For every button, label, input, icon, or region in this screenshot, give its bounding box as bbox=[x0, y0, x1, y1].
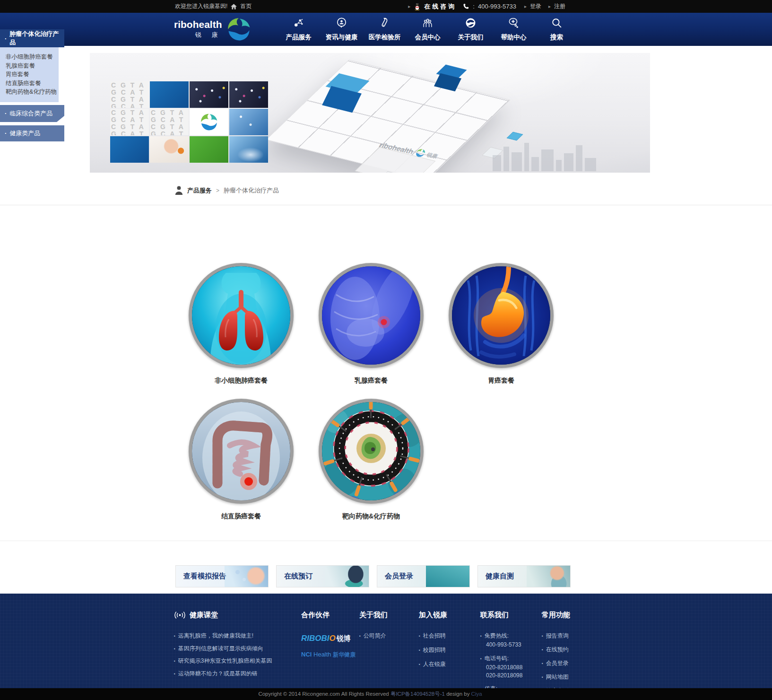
footer-func-member-login[interactable]: 会员登录 bbox=[542, 659, 594, 667]
mosaic-blue-tile bbox=[110, 136, 149, 163]
sidebar-sub-nsclc[interactable]: 非小细胞肺癌套餐 bbox=[6, 52, 59, 61]
sidebar-sub-stomach[interactable]: 胃癌套餐 bbox=[6, 70, 59, 79]
category-sidebar: 肿瘤个体化治疗产品 非小细胞肺癌套餐 乳腺癌套餐 胃癌套餐 结直肠癌套餐 靶向药… bbox=[0, 29, 66, 141]
product-label[interactable]: 结直肠癌套餐 bbox=[189, 512, 294, 521]
top-bar: 欢迎您进入锐康基因! 首页 ▸ bbox=[0, 0, 772, 13]
nav-label: 产品服务 bbox=[286, 33, 312, 42]
sidebar-item-health-products[interactable]: 健康类产品 bbox=[0, 125, 64, 141]
mosaic-dna-hand-tile bbox=[229, 109, 268, 135]
dartboard-photo bbox=[319, 399, 424, 504]
separator-arrow: ▸ bbox=[548, 4, 551, 9]
nav-item-medical-lab[interactable]: 医学检验所 bbox=[363, 13, 406, 46]
nav-label: 医学检验所 bbox=[369, 33, 401, 42]
product-card-breast[interactable]: 乳腺癌套餐 bbox=[319, 263, 424, 385]
icp-number: 粤ICP备14094528号-1 bbox=[390, 691, 445, 697]
nci-cn-text: 新华健康 bbox=[333, 651, 356, 658]
partner-ribobio-logo[interactable]: RIBOBIO锐博 bbox=[301, 634, 358, 643]
promo-view-sample-report[interactable]: 查看模拟报告 bbox=[175, 565, 269, 587]
nav-label: 帮助中心 bbox=[501, 33, 527, 42]
promo-label: 健康自测 bbox=[478, 572, 514, 581]
footer-func-sitemap[interactable]: 网站地图 bbox=[542, 673, 594, 681]
corner-fold-decoration bbox=[57, 116, 64, 122]
product-label[interactable]: 乳腺癌套餐 bbox=[319, 376, 424, 385]
banner-skyline-decoration bbox=[493, 141, 649, 171]
nav-item-help-center[interactable]: 帮助中心 bbox=[492, 13, 535, 46]
footer-join-link[interactable]: 校园招聘 bbox=[419, 646, 473, 654]
content-divider bbox=[0, 541, 772, 541]
qq-penguin-icon bbox=[414, 2, 421, 10]
sidebar-item-label: 临床综合类产品 bbox=[9, 109, 52, 118]
login-link[interactable]: 登录 bbox=[530, 2, 541, 10]
brand-logo[interactable]: ribohealth 锐 康 bbox=[174, 17, 252, 42]
footer-title-text: 关于我们 bbox=[359, 611, 388, 620]
footer-func-report-query[interactable]: 报告查询 bbox=[542, 632, 594, 640]
designer-link[interactable]: Ciya bbox=[471, 691, 482, 697]
brand-name-cn: 锐 康 bbox=[174, 31, 222, 39]
footer: 健康课堂 远离乳腺癌，我的健康我做主! 基因序列信息解读可显示疾病倾向 研究揭示… bbox=[0, 594, 772, 688]
footer-health-link[interactable]: 运动降糖不给力？或是基因的错 bbox=[174, 670, 304, 678]
separator-arrow: ▸ bbox=[408, 4, 410, 9]
broadcast-icon bbox=[174, 611, 186, 619]
phone-icon bbox=[462, 3, 469, 10]
partner-nci-health-logo[interactable]: NCI Health 新华健康 bbox=[301, 651, 358, 659]
nav-label: 关于我们 bbox=[458, 33, 484, 42]
footer-health-link[interactable]: 远离乳腺癌，我的健康我做主! bbox=[174, 632, 304, 640]
promo-label: 会员登录 bbox=[377, 572, 413, 581]
mosaic-letters-tile bbox=[150, 109, 189, 135]
promo-image-login-form bbox=[426, 566, 469, 587]
online-consult-link[interactable]: 在线咨询 bbox=[424, 2, 456, 11]
separator-arrow: ▸ bbox=[524, 4, 527, 9]
sidebar-sub-targeted-drugs[interactable]: 靶向药物&化疗药物 bbox=[6, 88, 59, 96]
main-menu: 产品服务 资讯与健康 医学检验所 会员中心 关于我们 帮助中心 bbox=[277, 13, 578, 46]
sidebar-item-clinical[interactable]: 临床综合类产品 bbox=[0, 105, 64, 122]
breadcrumb-root-link[interactable]: 产品服务 bbox=[187, 186, 212, 195]
product-card-colorectal[interactable]: 结直肠癌套餐 bbox=[189, 399, 294, 521]
sidebar-sub-colorectal[interactable]: 结直肠癌套餐 bbox=[6, 79, 59, 88]
mosaic-letters-tile bbox=[110, 81, 149, 108]
product-label[interactable]: 靶向药物&化疗药物 bbox=[319, 512, 424, 521]
promo-member-login[interactable]: 会员登录 bbox=[377, 565, 470, 587]
nav-item-about-us[interactable]: 关于我们 bbox=[449, 13, 492, 46]
product-label[interactable]: 非小细胞肺癌套餐 bbox=[189, 376, 294, 385]
sidebar-sub-breast[interactable]: 乳腺癌套餐 bbox=[6, 61, 59, 70]
promo-image-report bbox=[225, 566, 268, 587]
nav-label: 资讯与健康 bbox=[326, 33, 358, 42]
breadcrumb-current: 肿瘤个体化治疗产品 bbox=[224, 186, 279, 195]
nav-item-search[interactable]: 搜索 bbox=[535, 13, 578, 46]
main-nav-bar: ribohealth 锐 康 产品服务 资讯与健康 bbox=[0, 13, 772, 46]
footer-about-link[interactable]: 公司简介 bbox=[359, 632, 411, 640]
nav-item-member-center[interactable]: 会员中心 bbox=[406, 13, 449, 46]
footer-join-link[interactable]: 人在锐康 bbox=[419, 660, 473, 668]
promo-label: 在线预订 bbox=[277, 572, 312, 581]
footer-col-health-class: 健康课堂 远离乳腺癌，我的健康我做主! 基因序列信息解读可显示疾病倾向 研究揭示… bbox=[174, 611, 304, 682]
promo-online-booking[interactable]: 在线预订 bbox=[276, 565, 369, 587]
mosaic-green-tile bbox=[190, 136, 228, 163]
molecule-icon bbox=[293, 17, 304, 31]
home-link[interactable]: 首页 bbox=[240, 2, 252, 10]
hero-banner: ribohealth 锐康 bbox=[90, 53, 650, 173]
footer-join-link[interactable]: 社会招聘 bbox=[419, 632, 473, 640]
footer-health-link[interactable]: 基因序列信息解读可显示疾病倾向 bbox=[174, 645, 304, 653]
nav-item-news-health[interactable]: 资讯与健康 bbox=[320, 13, 363, 46]
contact-tel-label: 电话号码: bbox=[480, 655, 537, 663]
product-card-targeted-drugs[interactable]: 靶向药物&化疗药物 bbox=[319, 399, 424, 521]
sidebar-item-tumor-personalized[interactable]: 肿瘤个体化治疗产品 bbox=[0, 29, 64, 47]
footer-func-online-booking[interactable]: 在线预约 bbox=[542, 646, 594, 654]
footer-health-link[interactable]: 研究揭示3种东亚女性乳腺癌相关基因 bbox=[174, 657, 304, 665]
brand-swirl-icon bbox=[226, 17, 252, 42]
promo-health-selftest[interactable]: 健康自测 bbox=[477, 565, 571, 587]
members-icon bbox=[422, 17, 434, 31]
mosaic-dna-tile bbox=[229, 81, 268, 108]
product-card-stomach[interactable]: 胃癌套餐 bbox=[449, 263, 554, 385]
footer-health-title: 健康课堂 bbox=[174, 611, 304, 620]
hotline-number: 400-993-5733 bbox=[478, 3, 516, 10]
register-link[interactable]: 注册 bbox=[554, 2, 565, 10]
product-card-nsclc[interactable]: 非小细胞肺癌套餐 bbox=[189, 263, 294, 385]
product-label[interactable]: 胃癌套餐 bbox=[449, 376, 554, 385]
page: 欢迎您进入锐康基因! 首页 ▸ bbox=[0, 0, 772, 700]
phone-colon: : bbox=[473, 3, 475, 10]
copyright-line: Copyright © 2014 Ricongene.com All Right… bbox=[175, 691, 565, 698]
nav-label: 搜索 bbox=[550, 33, 563, 42]
contact-hotline-number: 400-993-5733 bbox=[486, 641, 537, 648]
nav-item-products[interactable]: 产品服务 bbox=[277, 13, 320, 46]
